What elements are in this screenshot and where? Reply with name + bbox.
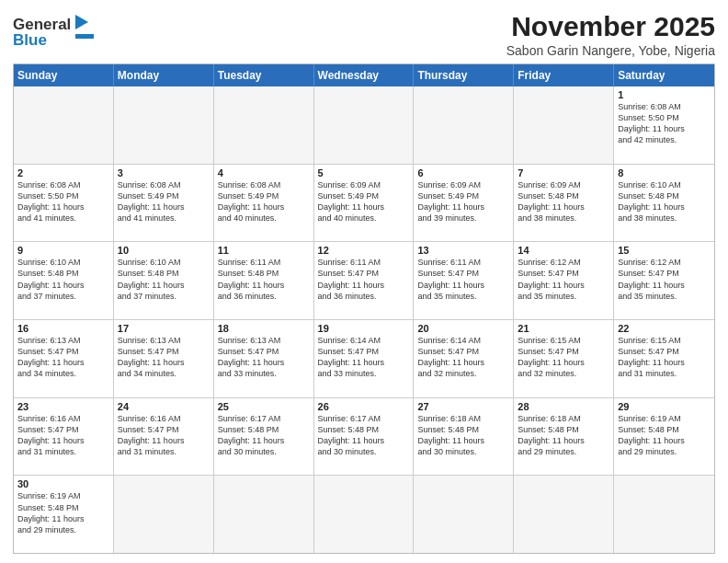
day-info: Sunrise: 6:15 AM Sunset: 5:47 PM Dayligh… bbox=[518, 335, 609, 380]
day-cell-8: 8Sunrise: 6:10 AM Sunset: 5:48 PM Daylig… bbox=[614, 165, 714, 242]
day-cell-1: 1Sunrise: 6:08 AM Sunset: 5:50 PM Daylig… bbox=[614, 86, 714, 164]
day-number: 7 bbox=[518, 167, 609, 178]
day-cell-2: 2Sunrise: 6:08 AM Sunset: 5:50 PM Daylig… bbox=[14, 165, 114, 242]
day-info: Sunrise: 6:12 AM Sunset: 5:47 PM Dayligh… bbox=[618, 257, 711, 302]
day-cell-empty bbox=[414, 476, 514, 553]
day-info: Sunrise: 6:11 AM Sunset: 5:47 PM Dayligh… bbox=[417, 257, 509, 302]
day-info: Sunrise: 6:19 AM Sunset: 5:48 PM Dayligh… bbox=[17, 490, 109, 535]
day-cell-5: 5Sunrise: 6:09 AM Sunset: 5:49 PM Daylig… bbox=[314, 165, 415, 242]
day-info: Sunrise: 6:13 AM Sunset: 5:47 PM Dayligh… bbox=[118, 335, 210, 380]
day-info: Sunrise: 6:09 AM Sunset: 5:48 PM Dayligh… bbox=[518, 179, 609, 224]
day-number: 18 bbox=[218, 323, 310, 334]
day-info: Sunrise: 6:16 AM Sunset: 5:47 PM Dayligh… bbox=[17, 413, 109, 458]
day-cell-12: 12Sunrise: 6:11 AM Sunset: 5:47 PM Dayli… bbox=[314, 242, 415, 319]
day-cell-empty bbox=[214, 86, 314, 164]
day-cell-empty bbox=[514, 476, 614, 553]
day-number: 4 bbox=[218, 167, 310, 178]
day-header-thursday: Thursday bbox=[414, 64, 514, 86]
day-number: 8 bbox=[618, 167, 711, 178]
day-number: 19 bbox=[318, 323, 410, 334]
day-info: Sunrise: 6:10 AM Sunset: 5:48 PM Dayligh… bbox=[17, 257, 109, 302]
day-cell-empty bbox=[14, 86, 114, 164]
day-number: 3 bbox=[118, 167, 210, 178]
day-info: Sunrise: 6:18 AM Sunset: 5:48 PM Dayligh… bbox=[417, 413, 509, 458]
day-cell-21: 21Sunrise: 6:15 AM Sunset: 5:47 PM Dayli… bbox=[514, 320, 614, 397]
day-cell-7: 7Sunrise: 6:09 AM Sunset: 5:48 PM Daylig… bbox=[514, 165, 614, 242]
day-number: 13 bbox=[417, 245, 509, 256]
day-cell-empty bbox=[614, 476, 714, 553]
day-number: 6 bbox=[417, 167, 509, 178]
day-cell-empty bbox=[414, 86, 514, 164]
day-cell-17: 17Sunrise: 6:13 AM Sunset: 5:47 PM Dayli… bbox=[114, 320, 214, 397]
day-info: Sunrise: 6:16 AM Sunset: 5:47 PM Dayligh… bbox=[118, 413, 210, 458]
day-number: 10 bbox=[118, 245, 210, 256]
page: General Blue November 2025 Sabon Garin N… bbox=[0, 0, 728, 563]
week-row-4: 16Sunrise: 6:13 AM Sunset: 5:47 PM Dayli… bbox=[14, 320, 714, 398]
day-info: Sunrise: 6:08 AM Sunset: 5:50 PM Dayligh… bbox=[618, 101, 711, 146]
day-number: 22 bbox=[618, 323, 711, 334]
day-number: 26 bbox=[318, 401, 410, 412]
day-number: 21 bbox=[518, 323, 609, 334]
day-info: Sunrise: 6:14 AM Sunset: 5:47 PM Dayligh… bbox=[417, 335, 509, 380]
day-cell-4: 4Sunrise: 6:08 AM Sunset: 5:49 PM Daylig… bbox=[214, 165, 314, 242]
day-cell-13: 13Sunrise: 6:11 AM Sunset: 5:47 PM Dayli… bbox=[414, 242, 514, 319]
day-info: Sunrise: 6:18 AM Sunset: 5:48 PM Dayligh… bbox=[518, 413, 609, 458]
day-cell-14: 14Sunrise: 6:12 AM Sunset: 5:47 PM Dayli… bbox=[514, 242, 614, 319]
day-number: 27 bbox=[417, 401, 509, 412]
day-number: 24 bbox=[118, 401, 210, 412]
day-info: Sunrise: 6:09 AM Sunset: 5:49 PM Dayligh… bbox=[417, 179, 509, 224]
day-number: 29 bbox=[618, 401, 711, 412]
week-row-1: 1Sunrise: 6:08 AM Sunset: 5:50 PM Daylig… bbox=[14, 86, 714, 165]
location: Sabon Garin Nangere, Yobe, Nigeria bbox=[506, 43, 715, 58]
day-info: Sunrise: 6:17 AM Sunset: 5:48 PM Dayligh… bbox=[218, 413, 310, 458]
day-cell-6: 6Sunrise: 6:09 AM Sunset: 5:49 PM Daylig… bbox=[414, 165, 514, 242]
day-header-saturday: Saturday bbox=[614, 64, 714, 86]
week-row-2: 2Sunrise: 6:08 AM Sunset: 5:50 PM Daylig… bbox=[14, 165, 714, 243]
day-info: Sunrise: 6:15 AM Sunset: 5:47 PM Dayligh… bbox=[618, 335, 711, 380]
header: General Blue November 2025 Sabon Garin N… bbox=[13, 11, 715, 58]
day-info: Sunrise: 6:12 AM Sunset: 5:47 PM Dayligh… bbox=[518, 257, 609, 302]
day-info: Sunrise: 6:13 AM Sunset: 5:47 PM Dayligh… bbox=[218, 335, 310, 380]
day-number: 2 bbox=[17, 167, 109, 178]
day-cell-16: 16Sunrise: 6:13 AM Sunset: 5:47 PM Dayli… bbox=[14, 320, 114, 397]
day-info: Sunrise: 6:08 AM Sunset: 5:50 PM Dayligh… bbox=[17, 179, 109, 224]
day-number: 30 bbox=[17, 478, 109, 489]
day-number: 15 bbox=[618, 245, 711, 256]
day-info: Sunrise: 6:09 AM Sunset: 5:49 PM Dayligh… bbox=[318, 179, 410, 224]
day-number: 12 bbox=[318, 245, 410, 256]
day-number: 9 bbox=[17, 245, 109, 256]
day-number: 5 bbox=[318, 167, 410, 178]
day-cell-empty bbox=[214, 476, 314, 553]
day-header-tuesday: Tuesday bbox=[214, 64, 314, 86]
week-row-3: 9Sunrise: 6:10 AM Sunset: 5:48 PM Daylig… bbox=[14, 242, 714, 320]
day-number: 17 bbox=[118, 323, 210, 334]
day-info: Sunrise: 6:19 AM Sunset: 5:48 PM Dayligh… bbox=[618, 413, 711, 458]
day-info: Sunrise: 6:14 AM Sunset: 5:47 PM Dayligh… bbox=[318, 335, 410, 380]
day-number: 20 bbox=[417, 323, 509, 334]
logo: General Blue bbox=[13, 11, 96, 55]
day-header-wednesday: Wednesday bbox=[314, 64, 415, 86]
day-cell-26: 26Sunrise: 6:17 AM Sunset: 5:48 PM Dayli… bbox=[314, 398, 415, 476]
day-cell-23: 23Sunrise: 6:16 AM Sunset: 5:47 PM Dayli… bbox=[14, 398, 114, 476]
day-header-monday: Monday bbox=[114, 64, 214, 86]
svg-text:Blue: Blue bbox=[13, 31, 47, 49]
month-title: November 2025 bbox=[506, 11, 715, 41]
day-cell-empty bbox=[114, 86, 214, 164]
day-number: 11 bbox=[218, 245, 310, 256]
day-info: Sunrise: 6:11 AM Sunset: 5:47 PM Dayligh… bbox=[318, 257, 410, 302]
day-info: Sunrise: 6:13 AM Sunset: 5:47 PM Dayligh… bbox=[17, 335, 109, 380]
day-header-sunday: Sunday bbox=[14, 64, 114, 86]
logo-svg: General Blue bbox=[13, 11, 96, 55]
day-cell-27: 27Sunrise: 6:18 AM Sunset: 5:48 PM Dayli… bbox=[414, 398, 514, 476]
day-number: 16 bbox=[17, 323, 109, 334]
day-info: Sunrise: 6:08 AM Sunset: 5:49 PM Dayligh… bbox=[218, 179, 310, 224]
day-cell-29: 29Sunrise: 6:19 AM Sunset: 5:48 PM Dayli… bbox=[614, 398, 714, 476]
day-cell-empty bbox=[314, 476, 415, 553]
day-cell-15: 15Sunrise: 6:12 AM Sunset: 5:47 PM Dayli… bbox=[614, 242, 714, 319]
week-row-6: 30Sunrise: 6:19 AM Sunset: 5:48 PM Dayli… bbox=[14, 476, 714, 553]
day-cell-24: 24Sunrise: 6:16 AM Sunset: 5:47 PM Dayli… bbox=[114, 398, 214, 476]
day-cell-22: 22Sunrise: 6:15 AM Sunset: 5:47 PM Dayli… bbox=[614, 320, 714, 397]
day-info: Sunrise: 6:08 AM Sunset: 5:49 PM Dayligh… bbox=[118, 179, 210, 224]
day-cell-11: 11Sunrise: 6:11 AM Sunset: 5:48 PM Dayli… bbox=[214, 242, 314, 319]
calendar-body: 1Sunrise: 6:08 AM Sunset: 5:50 PM Daylig… bbox=[14, 86, 714, 553]
